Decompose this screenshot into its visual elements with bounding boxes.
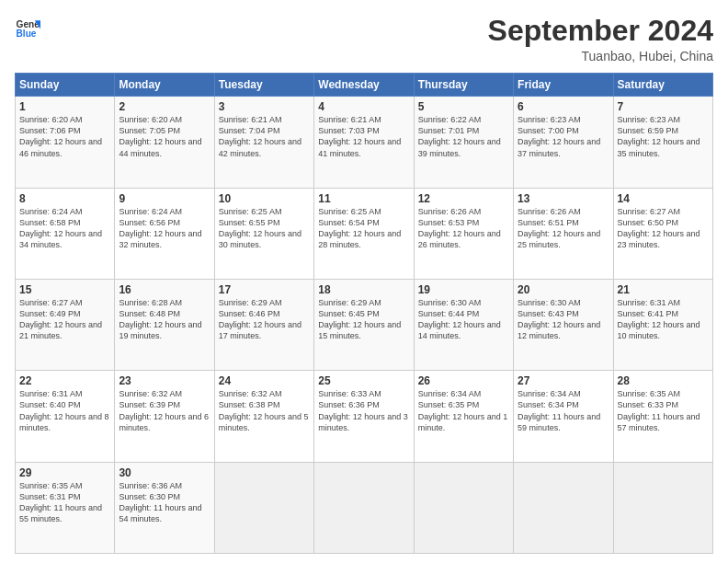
location: Tuanbao, Hubei, China [488, 49, 713, 63]
table-row: 27Sunrise: 6:34 AMSunset: 6:34 PMDayligh… [514, 371, 613, 462]
month-title: September 2024 [488, 15, 713, 47]
table-row: 16Sunrise: 6:28 AMSunset: 6:48 PMDayligh… [115, 279, 214, 370]
table-row: 18Sunrise: 6:29 AMSunset: 6:45 PMDayligh… [314, 279, 414, 370]
table-row: 29Sunrise: 6:35 AMSunset: 6:31 PMDayligh… [16, 462, 115, 553]
table-row: 24Sunrise: 6:32 AMSunset: 6:38 PMDayligh… [214, 371, 313, 462]
table-row: 17Sunrise: 6:29 AMSunset: 6:46 PMDayligh… [214, 279, 313, 370]
table-row: 4Sunrise: 6:21 AMSunset: 7:03 PMDaylight… [314, 97, 414, 188]
table-row: 14Sunrise: 6:27 AMSunset: 6:50 PMDayligh… [613, 188, 712, 279]
table-row: 22Sunrise: 6:31 AMSunset: 6:40 PMDayligh… [16, 371, 115, 462]
table-row: 30Sunrise: 6:36 AMSunset: 6:30 PMDayligh… [115, 462, 214, 553]
table-row: 26Sunrise: 6:34 AMSunset: 6:35 PMDayligh… [414, 371, 513, 462]
table-row: 21Sunrise: 6:31 AMSunset: 6:41 PMDayligh… [613, 279, 712, 370]
table-row [214, 462, 313, 553]
table-row: 25Sunrise: 6:33 AMSunset: 6:36 PMDayligh… [314, 371, 414, 462]
table-row [414, 462, 513, 553]
table-row [613, 462, 712, 553]
table-row [514, 462, 613, 553]
col-sunday: Sunday [16, 74, 115, 97]
table-row: 28Sunrise: 6:35 AMSunset: 6:33 PMDayligh… [613, 371, 712, 462]
svg-text:Blue: Blue [17, 29, 37, 39]
col-tuesday: Tuesday [214, 74, 313, 97]
table-row: 3Sunrise: 6:21 AMSunset: 7:04 PMDaylight… [214, 97, 313, 188]
col-monday: Monday [115, 74, 214, 97]
col-saturday: Saturday [613, 74, 712, 97]
table-row: 20Sunrise: 6:30 AMSunset: 6:43 PMDayligh… [514, 279, 613, 370]
col-thursday: Thursday [414, 74, 513, 97]
table-row: 5Sunrise: 6:22 AMSunset: 7:01 PMDaylight… [414, 97, 513, 188]
table-row: 19Sunrise: 6:30 AMSunset: 6:44 PMDayligh… [414, 279, 513, 370]
table-row: 23Sunrise: 6:32 AMSunset: 6:39 PMDayligh… [115, 371, 214, 462]
table-row: 6Sunrise: 6:23 AMSunset: 7:00 PMDaylight… [514, 97, 613, 188]
table-row: 1Sunrise: 6:20 AMSunset: 7:06 PMDaylight… [16, 97, 115, 188]
table-row [314, 462, 414, 553]
page-header: General Blue September 2024 Tuanbao, Hub… [15, 15, 713, 63]
table-row: 7Sunrise: 6:23 AMSunset: 6:59 PMDaylight… [613, 97, 712, 188]
table-row: 13Sunrise: 6:26 AMSunset: 6:51 PMDayligh… [514, 188, 613, 279]
logo: General Blue [15, 15, 40, 40]
table-row: 11Sunrise: 6:25 AMSunset: 6:54 PMDayligh… [314, 188, 414, 279]
col-friday: Friday [514, 74, 613, 97]
table-row: 8Sunrise: 6:24 AMSunset: 6:58 PMDaylight… [16, 188, 115, 279]
col-wednesday: Wednesday [314, 74, 414, 97]
calendar-table: Sunday Monday Tuesday Wednesday Thursday… [15, 73, 713, 554]
table-row: 2Sunrise: 6:20 AMSunset: 7:05 PMDaylight… [115, 97, 214, 188]
title-block: September 2024 Tuanbao, Hubei, China [488, 15, 713, 63]
table-row: 12Sunrise: 6:26 AMSunset: 6:53 PMDayligh… [414, 188, 513, 279]
table-row: 10Sunrise: 6:25 AMSunset: 6:55 PMDayligh… [214, 188, 313, 279]
calendar-header-row: Sunday Monday Tuesday Wednesday Thursday… [16, 74, 713, 97]
logo-icon: General Blue [15, 15, 40, 40]
table-row: 9Sunrise: 6:24 AMSunset: 6:56 PMDaylight… [115, 188, 214, 279]
table-row: 15Sunrise: 6:27 AMSunset: 6:49 PMDayligh… [16, 279, 115, 370]
